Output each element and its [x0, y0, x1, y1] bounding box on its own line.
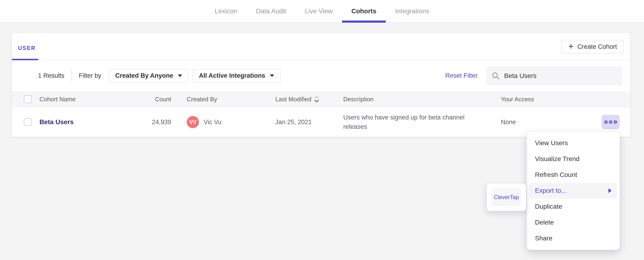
reset-filter-link[interactable]: Reset Filter: [445, 72, 478, 79]
col-header-last-modified[interactable]: Last Modified: [275, 96, 343, 103]
menu-item-view-users[interactable]: View Users: [529, 135, 617, 151]
search-input[interactable]: [504, 72, 618, 80]
search-icon: [492, 72, 500, 80]
cohort-count: 24,939: [140, 118, 171, 126]
created-by-cell: VV Vic Vu: [171, 116, 275, 128]
created-by-name: Vic Vu: [204, 118, 222, 126]
cohort-actions-menu: View Users Visualize Trend Refresh Count…: [527, 132, 620, 250]
more-actions-button[interactable]: [602, 115, 620, 129]
created-by-dropdown[interactable]: Created By Anyone: [109, 69, 189, 82]
dot-icon: [614, 120, 617, 124]
avatar: VV: [187, 116, 199, 128]
menu-item-export-to[interactable]: Export to...: [529, 183, 617, 198]
last-modified-label: Last Modified: [275, 96, 312, 103]
header-checkbox-cell: [12, 95, 40, 103]
menu-item-duplicate[interactable]: Duplicate: [529, 198, 617, 214]
cohort-search-box[interactable]: [486, 66, 622, 85]
tab-lexicon[interactable]: Lexicon: [206, 0, 247, 22]
chevron-down-icon: [270, 74, 274, 77]
vertical-divider: [72, 70, 72, 82]
user-tab-underline: [12, 59, 38, 60]
col-header-created-by[interactable]: Created By: [171, 96, 275, 103]
submenu-item-clevertap[interactable]: CleverTap: [492, 188, 521, 206]
filter-by-label: Filter by: [79, 72, 101, 79]
col-header-count[interactable]: Count: [140, 96, 171, 103]
menu-item-delete[interactable]: Delete: [529, 214, 617, 230]
menu-item-visualize-trend[interactable]: Visualize Trend: [529, 151, 617, 167]
tab-integrations[interactable]: Integrations: [386, 0, 438, 22]
sort-arrows-icon: [314, 96, 320, 103]
export-to-label: Export to...: [535, 187, 566, 194]
last-modified-value: Jan 25, 2021: [275, 118, 343, 126]
submenu-arrow-icon: [608, 188, 612, 193]
col-header-description[interactable]: Description: [343, 96, 501, 103]
tab-label: Cohorts: [352, 8, 376, 15]
row-actions-cell: [590, 115, 630, 129]
tab-cohorts[interactable]: Cohorts: [342, 0, 386, 22]
col-header-your-access[interactable]: Your Access: [501, 96, 590, 103]
row-checkbox-cell: [12, 118, 40, 126]
row-checkbox[interactable]: [24, 118, 32, 126]
table-header-row: Cohort Name Count Created By Last Modifi…: [12, 91, 630, 107]
cohort-name-link[interactable]: Beta Users: [40, 118, 74, 126]
integrations-dropdown-value: All Active Integrations: [199, 72, 265, 79]
created-by-dropdown-value: Created By Anyone: [115, 72, 173, 79]
tab-data-audit[interactable]: Data Audit: [246, 0, 296, 22]
tab-label: Live View: [305, 8, 332, 15]
create-cohort-button[interactable]: + Create Cohort: [561, 40, 624, 54]
results-count: 1 Results: [38, 72, 64, 79]
create-cohort-label: Create Cohort: [577, 43, 617, 50]
tab-label: Data Audit: [256, 8, 286, 15]
integrations-dropdown[interactable]: All Active Integrations: [192, 69, 281, 82]
dot-icon: [609, 120, 612, 124]
menu-item-share[interactable]: Share: [529, 230, 617, 246]
select-all-checkbox[interactable]: [24, 95, 32, 103]
tab-live-view[interactable]: Live View: [296, 0, 342, 22]
cohorts-card: USER + Create Cohort 1 Results Filter by…: [12, 33, 630, 137]
col-header-cohort-name[interactable]: Cohort Name: [40, 96, 140, 103]
menu-item-refresh-count[interactable]: Refresh Count: [529, 167, 617, 183]
tab-label: Integrations: [395, 8, 429, 15]
tab-label: Lexicon: [215, 8, 238, 15]
filter-toolbar: 1 Results Filter by Created By Anyone Al…: [12, 60, 630, 91]
your-access-value: None: [501, 118, 590, 126]
tab-user-cohorts[interactable]: USER: [18, 45, 36, 51]
export-submenu: CleverTap: [486, 184, 526, 211]
cohort-description: Users who have signed up for beta channe…: [343, 113, 501, 132]
active-tab-underline: [342, 20, 386, 23]
plus-icon: +: [568, 42, 574, 51]
cohort-type-tabrow: USER + Create Cohort: [12, 33, 630, 60]
top-navigation: Lexicon Data Audit Live View Cohorts Int…: [0, 0, 644, 23]
dot-icon: [604, 120, 608, 124]
chevron-down-icon: [178, 74, 182, 77]
